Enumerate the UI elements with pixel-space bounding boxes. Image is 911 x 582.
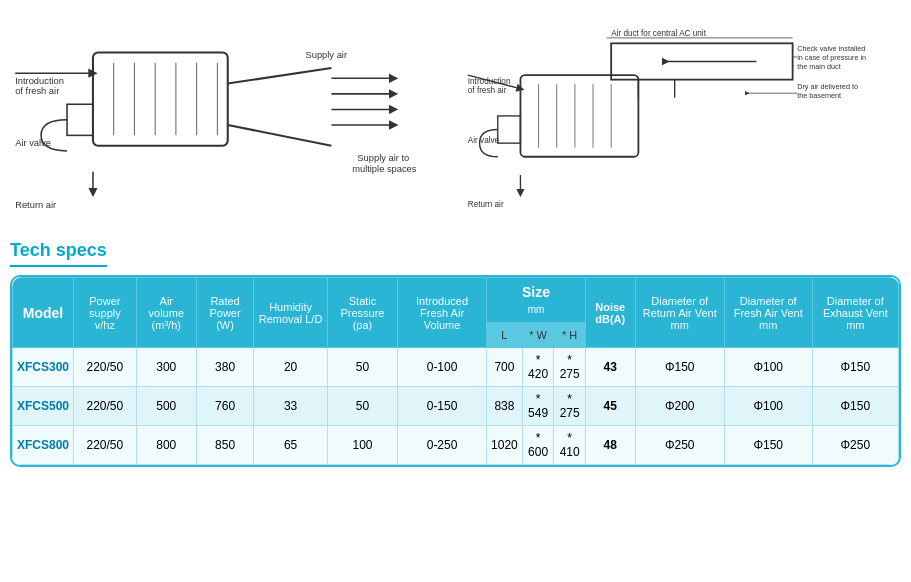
row3-size-w: * 600 [522, 426, 554, 465]
row3-air-volume: 800 [136, 426, 196, 465]
tech-specs-section: Tech specs Model Power supply v/hz Air v… [0, 240, 911, 477]
svg-text:Check valve installed: Check valve installed [797, 44, 865, 53]
row3-fresh-air-vent: Φ150 [724, 426, 812, 465]
svg-text:in case of pressure in: in case of pressure in [797, 53, 866, 62]
col-noise: Noise dB(A) [585, 278, 635, 348]
row2-size-h: * 275 [554, 387, 586, 426]
col-rated-power: Rated Power (W) [196, 278, 253, 348]
diagrams-section: Introduction of fresh air Air valve Retu… [0, 0, 911, 240]
row1-fresh-air-vent: Φ100 [724, 348, 812, 387]
row2-model: XFCS500 [13, 387, 74, 426]
row1-noise: 43 [585, 348, 635, 387]
col-humidity-removal: Humidity Removal L/D [254, 278, 328, 348]
svg-text:Dry air delivered to: Dry air delivered to [797, 82, 858, 91]
col-static-pressure: Static Pressure (pa) [327, 278, 397, 348]
svg-line-14 [228, 68, 332, 84]
row2-rated-power: 760 [196, 387, 253, 426]
row3-size-h: * 410 [554, 426, 586, 465]
row1-static-pressure: 50 [327, 348, 397, 387]
row2-size-l: 838 [487, 387, 523, 426]
col-power-supply: Power supply v/hz [74, 278, 137, 348]
specs-table-wrapper: Model Power supply v/hz Air volume (m³/h… [10, 275, 901, 467]
svg-text:Supply air to: Supply air to [357, 153, 409, 163]
row3-exhaust-vent: Φ250 [812, 426, 898, 465]
svg-text:Air duct for central AC unit: Air duct for central AC unit [611, 29, 706, 38]
col-size: Sizemm [487, 278, 586, 323]
col-air-volume: Air volume (m³/h) [136, 278, 196, 348]
col-size-l: L [487, 323, 523, 348]
row3-size-l: 1020 [487, 426, 523, 465]
row3-return-air-vent: Φ250 [635, 426, 724, 465]
row2-fresh-air-volume: 0-150 [398, 387, 487, 426]
table-row: XFCS800 220/50 800 850 65 100 0-250 1020… [13, 426, 899, 465]
row1-humidity-removal: 20 [254, 348, 328, 387]
row3-static-pressure: 100 [327, 426, 397, 465]
col-return-air-vent: Diameter of Return Air Vent mm [635, 278, 724, 348]
svg-text:Return air: Return air [467, 200, 503, 209]
col-fresh-air-vent: Diameter of Fresh Air Vent mm [724, 278, 812, 348]
row2-fresh-air-vent: Φ100 [724, 387, 812, 426]
row1-size-w: * 420 [522, 348, 554, 387]
row2-power-supply: 220/50 [74, 387, 137, 426]
svg-line-15 [228, 125, 332, 146]
svg-rect-46 [497, 116, 520, 143]
row2-air-volume: 500 [136, 387, 196, 426]
row1-air-volume: 300 [136, 348, 196, 387]
svg-text:multiple spaces: multiple spaces [352, 164, 417, 174]
col-fresh-air-volume: Introduced Fresh Air Volume [398, 278, 487, 348]
row3-rated-power: 850 [196, 426, 253, 465]
row1-size-l: 700 [487, 348, 523, 387]
diagram-left: Introduction of fresh air Air valve Retu… [10, 10, 446, 240]
svg-text:the main duct: the main duct [797, 62, 841, 71]
svg-text:of fresh air: of fresh air [467, 86, 506, 95]
row2-humidity-removal: 33 [254, 387, 328, 426]
row2-return-air-vent: Φ200 [635, 387, 724, 426]
row1-power-supply: 220/50 [74, 348, 137, 387]
row3-model: XFCS800 [13, 426, 74, 465]
row1-return-air-vent: Φ150 [635, 348, 724, 387]
row3-noise: 48 [585, 426, 635, 465]
row1-model: XFCS300 [13, 348, 74, 387]
svg-text:Air valve: Air valve [467, 136, 499, 145]
row1-rated-power: 380 [196, 348, 253, 387]
tech-specs-title: Tech specs [10, 240, 107, 267]
svg-text:Return air: Return air [15, 200, 56, 210]
specs-table-body: XFCS300 220/50 300 380 20 50 0-100 700 *… [13, 348, 899, 465]
table-row: XFCS500 220/50 500 760 33 50 0-150 838 *… [13, 387, 899, 426]
svg-text:Introduction: Introduction [15, 76, 64, 86]
svg-text:Supply air: Supply air [306, 50, 347, 60]
col-model: Model [13, 278, 74, 348]
table-header-row: Model Power supply v/hz Air volume (m³/h… [13, 278, 899, 323]
row2-static-pressure: 50 [327, 387, 397, 426]
row1-size-h: * 275 [554, 348, 586, 387]
svg-rect-11 [67, 104, 93, 135]
svg-text:the basement: the basement [797, 91, 841, 100]
col-exhaust-vent: Diameter of Exhaust Vent mm [812, 278, 898, 348]
diagram-right: Air duct for central AC unit Check valve… [466, 10, 902, 240]
row1-fresh-air-volume: 0-100 [398, 348, 487, 387]
row3-humidity-removal: 65 [254, 426, 328, 465]
svg-text:of fresh air: of fresh air [15, 86, 59, 96]
col-size-w: * W [522, 323, 554, 348]
row3-power-supply: 220/50 [74, 426, 137, 465]
row2-size-w: * 549 [522, 387, 554, 426]
row1-exhaust-vent: Φ150 [812, 348, 898, 387]
specs-table: Model Power supply v/hz Air volume (m³/h… [12, 277, 899, 465]
row3-fresh-air-volume: 0-250 [398, 426, 487, 465]
row2-exhaust-vent: Φ150 [812, 387, 898, 426]
table-row: XFCS300 220/50 300 380 20 50 0-100 700 *… [13, 348, 899, 387]
row2-noise: 45 [585, 387, 635, 426]
col-size-h: * H [554, 323, 586, 348]
